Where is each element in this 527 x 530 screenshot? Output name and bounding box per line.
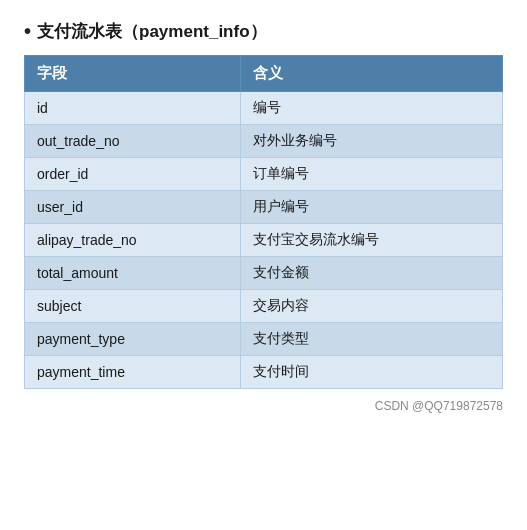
table-row: out_trade_no对外业务编号 xyxy=(25,125,503,158)
table-row: user_id用户编号 xyxy=(25,191,503,224)
cell-field: id xyxy=(25,92,241,125)
column-header-meaning: 含义 xyxy=(241,56,503,92)
table-row: id编号 xyxy=(25,92,503,125)
footer-watermark: CSDN @QQ719872578 xyxy=(24,399,503,413)
payment-info-table: 字段 含义 id编号out_trade_no对外业务编号order_id订单编号… xyxy=(24,55,503,389)
cell-field: payment_type xyxy=(25,323,241,356)
cell-meaning: 支付金额 xyxy=(241,257,503,290)
section-title: • 支付流水表（payment_info） xyxy=(24,20,503,43)
cell-meaning: 用户编号 xyxy=(241,191,503,224)
table-row: payment_time支付时间 xyxy=(25,356,503,389)
cell-field: out_trade_no xyxy=(25,125,241,158)
cell-field: order_id xyxy=(25,158,241,191)
table-header-row: 字段 含义 xyxy=(25,56,503,92)
cell-meaning: 对外业务编号 xyxy=(241,125,503,158)
cell-meaning: 支付类型 xyxy=(241,323,503,356)
table-row: subject交易内容 xyxy=(25,290,503,323)
cell-meaning: 支付时间 xyxy=(241,356,503,389)
cell-meaning: 编号 xyxy=(241,92,503,125)
bullet-icon: • xyxy=(24,20,31,43)
cell-meaning: 支付宝交易流水编号 xyxy=(241,224,503,257)
table-row: total_amount支付金额 xyxy=(25,257,503,290)
cell-meaning: 交易内容 xyxy=(241,290,503,323)
column-header-field: 字段 xyxy=(25,56,241,92)
title-text: 支付流水表（payment_info） xyxy=(37,20,267,43)
cell-field: total_amount xyxy=(25,257,241,290)
cell-field: payment_time xyxy=(25,356,241,389)
cell-field: user_id xyxy=(25,191,241,224)
table-row: order_id订单编号 xyxy=(25,158,503,191)
cell-field: subject xyxy=(25,290,241,323)
table-row: alipay_trade_no支付宝交易流水编号 xyxy=(25,224,503,257)
table-row: payment_type支付类型 xyxy=(25,323,503,356)
cell-field: alipay_trade_no xyxy=(25,224,241,257)
cell-meaning: 订单编号 xyxy=(241,158,503,191)
